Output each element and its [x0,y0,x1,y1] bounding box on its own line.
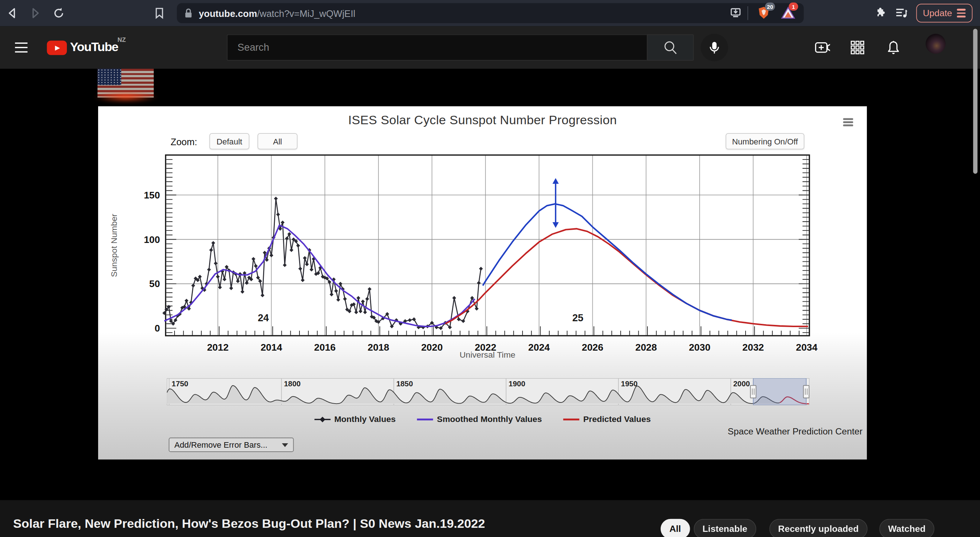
address-bar[interactable]: youtube.com/watch?v=MiJ_wQWjEIl [177,3,803,23]
svg-text:50: 50 [149,278,160,289]
svg-text:1800: 1800 [284,380,301,388]
bat-icon[interactable]: 1 [781,5,795,21]
selection-handle[interactable] [750,386,756,398]
bat-badge: 1 [789,3,799,11]
svg-text:Universal Time: Universal Time [460,350,515,360]
search-input[interactable] [228,35,647,60]
shield-badge: 20 [765,3,775,11]
url-domain: youtube.com [199,8,257,18]
error-bars-label: Add/Remove Error Bars... [175,440,267,449]
hamburger-icon[interactable] [15,43,27,53]
svg-text:24: 24 [258,312,269,323]
chip-recently-uploaded[interactable]: Recently uploaded [770,519,867,537]
smoothed-marker-icon [417,416,433,422]
search-button[interactable] [647,35,694,61]
youtube-logo[interactable] [47,41,67,55]
lock-icon [185,8,192,18]
bookmark-icon[interactable] [152,5,167,21]
svg-text:2034: 2034 [796,342,818,353]
chart-title: ISES Solar Cycle Sunspot Number Progress… [98,113,867,127]
update-menu-icon [957,9,966,17]
region-label: NZ [118,37,126,43]
video-surface[interactable]: ISES Solar Cycle Sunspot Number Progress… [0,69,980,500]
avatar[interactable] [926,34,945,54]
svg-text:2030: 2030 [689,342,711,353]
create-video-icon[interactable] [815,40,830,55]
browser-toolbar: youtube.com/watch?v=MiJ_wQWjEIl 20 1 Upd… [0,0,980,26]
chart-card: ISES Solar Cycle Sunspot Number Progress… [98,106,867,459]
chart-legend: Monthly Values Smoothed Monthly Values P… [98,414,867,424]
brave-shield-icon[interactable]: 20 [756,5,771,21]
error-bars-dropdown[interactable]: Add/Remove Error Bars... [169,438,294,452]
chip-listenable[interactable]: Listenable [694,519,756,537]
svg-text:2012: 2012 [207,342,229,353]
sunspot-chart[interactable]: 0501001502012201420162018202020222024202… [107,150,819,362]
forward-icon[interactable] [27,5,43,21]
svg-text:2016: 2016 [314,342,336,353]
search-box [227,35,647,61]
svg-text:1900: 1900 [509,380,525,388]
legend-predicted: Predicted Values [563,414,651,424]
url-path: /watch?v=MiJ_wQWjEIl [257,8,355,18]
search-icon [663,40,678,55]
legend-smoothed: Smoothed Monthly Values [417,414,542,424]
dropdown-arrow-icon [282,443,288,446]
svg-text:2028: 2028 [635,342,657,353]
mic-button[interactable] [701,34,728,61]
zoom-label: Zoom: [170,136,197,147]
svg-text:2018: 2018 [368,342,390,353]
chip-watched[interactable]: Watched [879,519,934,537]
svg-text:2026: 2026 [582,342,603,353]
youtube-wordmark[interactable]: YouTube [70,40,118,54]
media-playlist-icon[interactable] [894,5,910,21]
svg-text:2024: 2024 [528,342,550,353]
update-label: Update [923,8,953,18]
svg-text:1850: 1850 [396,380,413,388]
svg-text:1750: 1750 [172,380,188,388]
chart-source: Space Weather Prediction Center [679,426,862,436]
svg-text:150: 150 [144,190,160,201]
svg-text:2032: 2032 [742,342,764,353]
below-player-bar: Solar Flare, New Prediction, How's Bezos… [0,500,980,537]
reload-icon[interactable] [51,5,66,21]
scrollbar-thumb[interactable] [973,29,977,174]
youtube-header: YouTube NZ [0,26,980,69]
svg-text:2000: 2000 [733,380,749,388]
numbering-toggle-button[interactable]: Numbering On/Off [726,133,804,149]
svg-text:25: 25 [572,312,583,323]
page: youtube.com/watch?v=MiJ_wQWjEIl 20 1 Upd… [0,0,980,537]
legend-monthly: Monthly Values [314,414,396,424]
toolbar-separator [748,6,748,20]
zoom-all-button[interactable]: All [258,133,298,149]
svg-text:2020: 2020 [421,342,443,353]
monthly-marker-icon [314,416,330,422]
svg-text:1950: 1950 [621,380,638,388]
overview-timeline[interactable]: 175018001850190019502000 [167,378,810,405]
update-button[interactable]: Update [916,4,973,22]
zoom-default-button[interactable]: Default [210,133,250,149]
svg-text:0: 0 [155,323,160,334]
extensions-puzzle-icon[interactable] [872,5,888,21]
predicted-marker-icon [563,416,579,422]
flag-glow [94,91,157,102]
download-icon[interactable] [729,5,744,21]
chart-menu-icon[interactable] [843,118,853,126]
back-icon[interactable] [5,5,20,21]
bell-icon[interactable] [886,40,900,55]
svg-text:2014: 2014 [261,342,282,353]
apps-grid-icon[interactable] [850,40,865,55]
mic-icon [708,41,721,54]
svg-text:Sunspot Number: Sunspot Number [109,214,119,277]
video-title: Solar Flare, New Prediction, How's Bezos… [13,516,485,531]
selection-handle[interactable] [803,386,809,398]
chip-all[interactable]: All [661,519,690,537]
svg-text:100: 100 [144,234,160,245]
